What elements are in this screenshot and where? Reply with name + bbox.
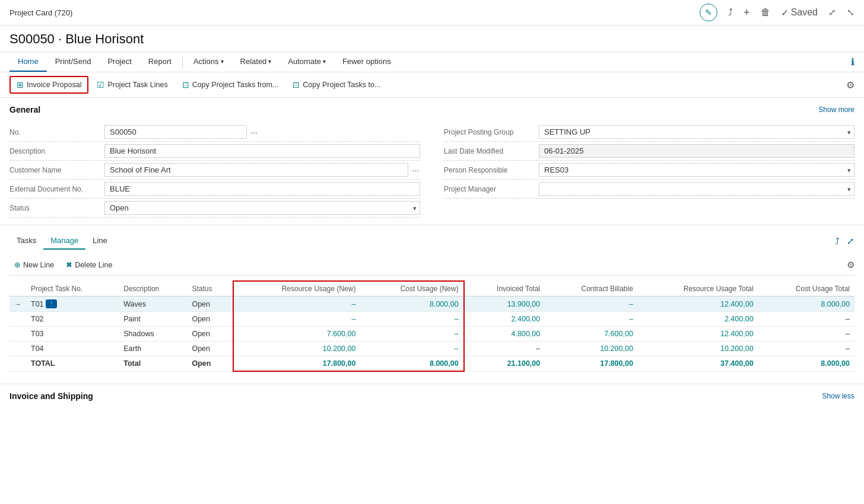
customer-name-ellipsis-button[interactable]: ··· <box>411 165 420 175</box>
td-invoiced-total: 4.800,00 <box>464 327 545 342</box>
description-input[interactable] <box>104 144 420 158</box>
project-task-lines-icon: ☑ <box>97 80 104 90</box>
show-less-button[interactable]: Show less <box>822 392 855 400</box>
person-responsible-value: RES03 ▾ <box>539 163 855 177</box>
copy-from-icon: ⊡ <box>182 80 189 90</box>
status-select[interactable]: Open <box>104 201 420 215</box>
td-resource-usage-total: 12.400,00 <box>638 327 758 342</box>
copy-to-icon: ⊡ <box>293 80 300 90</box>
open-external-icon[interactable]: ⤢ <box>828 7 836 18</box>
tasks-header: Tasks Manage Line ⤴ ⤢ <box>9 232 855 250</box>
copy-project-tasks-from-button[interactable]: ⊡ Copy Project Tasks from... <box>176 77 285 92</box>
task-no-indicator: T01 ⋮ <box>31 299 114 308</box>
delete-icon[interactable]: 🗑 <box>761 7 770 18</box>
tab-automate[interactable]: Automate ▾ <box>279 52 334 72</box>
project-posting-group-select[interactable]: SETTING UP <box>539 125 855 139</box>
delete-line-button[interactable]: ✖ Delete Line <box>61 258 117 272</box>
tasks-settings-icon[interactable]: ⚙ <box>847 260 855 270</box>
customer-name-input[interactable] <box>104 163 408 177</box>
tab-actions[interactable]: Actions ▾ <box>185 52 232 72</box>
share-icon[interactable]: ⤴ <box>728 7 733 18</box>
ext-doc-no-value <box>104 182 420 196</box>
th-arrow <box>9 281 26 296</box>
top-bar: Project Card (720) ✎ ⤴ + 🗑 ✓ Saved ⤢ ⤡ <box>0 0 864 25</box>
table-row: T04 Earth Open 10.200,00 – – 10.200,00 1… <box>9 342 855 356</box>
tab-related[interactable]: Related ▾ <box>232 52 280 72</box>
tab-fewer-options[interactable]: Fewer options <box>334 52 399 72</box>
show-more-button[interactable]: Show more <box>818 106 855 114</box>
person-responsible-row: Person Responsible RES03 ▾ <box>444 161 855 180</box>
project-manager-select[interactable] <box>539 182 855 196</box>
description-field-row: Description <box>9 142 420 161</box>
td-task-no[interactable]: T01 ⋮ <box>26 296 119 312</box>
last-date-modified-value <box>539 144 855 158</box>
new-line-icon: ⊕ <box>14 260 21 269</box>
info-icon[interactable]: ℹ <box>851 56 855 68</box>
last-date-modified-input <box>539 144 855 158</box>
td-description: Shadows <box>119 327 187 342</box>
action-bar: ⊞ Invoice Proposal ☑ Project Task Lines … <box>0 72 864 98</box>
general-section: General Show more No. ··· Description <box>0 98 864 225</box>
tasks-tab-line[interactable]: Line <box>85 232 115 250</box>
project-task-lines-button[interactable]: ☑ Project Task Lines <box>91 77 173 92</box>
td-cost-usage-total: – <box>758 327 855 342</box>
th-description: Description <box>119 281 187 296</box>
no-ellipsis-button[interactable]: ··· <box>249 127 259 137</box>
no-input-group: ··· <box>104 125 420 139</box>
project-manager-row: Project Manager ▾ <box>444 180 855 199</box>
td-task-no[interactable]: T03 <box>26 327 119 342</box>
new-line-button[interactable]: ⊕ New Line <box>9 258 59 272</box>
status-select-wrap: Open ▾ <box>104 201 420 215</box>
task-row-menu[interactable]: ⋮ <box>46 299 57 308</box>
row-arrow-icon: → <box>14 300 21 308</box>
td-invoiced-total-total: 21.100,00 <box>464 356 545 372</box>
td-cost-usage-total: – <box>758 312 855 327</box>
invoice-proposal-button[interactable]: ⊞ Invoice Proposal <box>9 76 88 94</box>
saved-status: ✓ Saved <box>781 7 818 18</box>
td-cost-usage-new: – <box>360 342 463 356</box>
td-contract-billable: – <box>545 312 638 327</box>
td-task-no[interactable]: T02 <box>26 312 119 327</box>
no-field-row: No. ··· <box>9 123 420 142</box>
tasks-share-icon[interactable]: ⤴ <box>835 236 840 247</box>
collapse-icon[interactable]: ⤡ <box>847 7 855 18</box>
edit-button[interactable]: ✎ <box>700 4 717 21</box>
person-responsible-select[interactable]: RES03 <box>539 163 855 177</box>
action-bar-settings-icon[interactable]: ⚙ <box>846 79 855 91</box>
tab-project[interactable]: Project <box>99 52 139 72</box>
no-input[interactable] <box>104 125 247 139</box>
ext-doc-no-input[interactable] <box>104 182 420 196</box>
tasks-tab-manage[interactable]: Manage <box>43 232 85 250</box>
td-description: Waves <box>119 296 187 312</box>
project-posting-group-row: Project Posting Group SETTING UP ▾ <box>444 123 855 142</box>
add-icon[interactable]: + <box>744 7 750 19</box>
td-arrow <box>9 342 26 356</box>
automate-dropdown-arrow: ▾ <box>323 58 326 65</box>
general-section-header: General Show more <box>9 105 855 114</box>
td-contract-billable-total: 17.800,00 <box>545 356 638 372</box>
status-label: Status <box>9 202 104 215</box>
tab-report[interactable]: Report <box>140 52 180 72</box>
invoice-shipping-section: Invoice and Shipping Show less <box>0 384 864 408</box>
page-card-title: Project Card (720) <box>9 8 72 17</box>
tab-print-send[interactable]: Print/Send <box>47 52 100 72</box>
td-task-no[interactable]: T04 <box>26 342 119 356</box>
general-section-title: General <box>9 105 40 114</box>
tab-home[interactable]: Home <box>9 52 47 72</box>
project-manager-select-wrap: ▾ <box>539 182 855 196</box>
invoice-proposal-icon: ⊞ <box>17 80 24 90</box>
td-cost-usage-new: 8.000,00 <box>360 296 463 312</box>
person-responsible-select-wrap: RES03 ▾ <box>539 163 855 177</box>
td-resource-usage-total: 12.400,00 <box>638 296 758 312</box>
tasks-section: Tasks Manage Line ⤴ ⤢ ⊕ New Line ✖ Delet… <box>0 225 864 372</box>
customer-name-field-row: Customer Name ··· <box>9 161 420 180</box>
status-value: Open ▾ <box>104 201 420 215</box>
copy-project-tasks-to-button[interactable]: ⊡ Copy Project Tasks to... <box>287 77 386 92</box>
td-resource-usage-total: 10.200,00 <box>638 342 758 356</box>
td-resource-usage-new-total: 17.800,00 <box>233 356 361 372</box>
table-row: → T01 ⋮ Waves Open – 8.000,00 13.900,00 … <box>9 296 855 312</box>
description-value <box>104 144 420 158</box>
tasks-tab-tasks[interactable]: Tasks <box>9 232 43 250</box>
tasks-expand-icon[interactable]: ⤢ <box>847 236 855 247</box>
td-resource-usage-total-total: 37.400,00 <box>638 356 758 372</box>
